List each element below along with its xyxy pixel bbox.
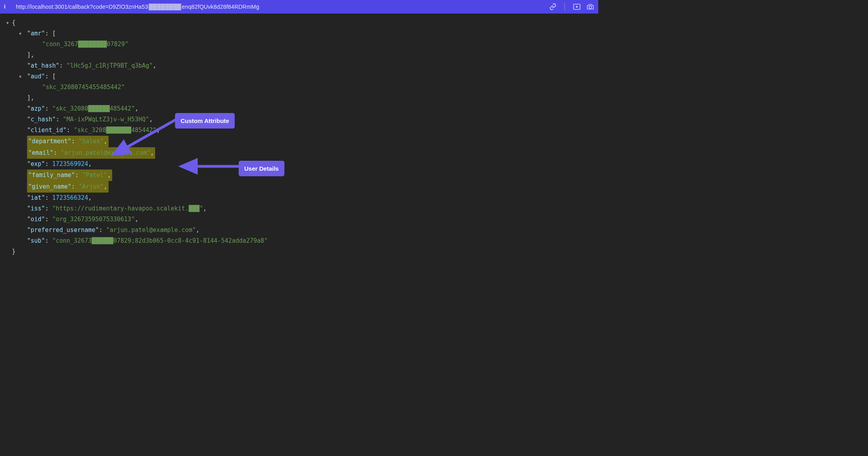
json-key: "department" xyxy=(28,138,71,145)
json-value: "Sales" xyxy=(78,138,103,145)
camera-icon[interactable] xyxy=(586,3,594,10)
toggle-icon[interactable]: ▼ xyxy=(19,28,21,39)
url-post: enq82fQUvk8d28f84RDRmMg xyxy=(182,4,259,10)
json-value: "arjun.patel@example.com" xyxy=(106,225,196,236)
json-key: "email" xyxy=(28,149,53,156)
json-line: "preferred_username": "arjun.patel@examp… xyxy=(3,225,595,236)
url-pre: http://localhost:3001/callback?code=D9Zl… xyxy=(16,4,148,10)
json-value: "MA-ixPWqLtZ3jv-w_H53HQ" xyxy=(63,114,149,125)
json-line: "iss": "https://rudimentary-havapoo.scal… xyxy=(3,203,595,214)
json-value: 1723566324 xyxy=(52,193,88,203)
json-key: "preferred_username" xyxy=(27,225,99,236)
json-key: "at_hash" xyxy=(27,60,59,71)
json-key: "aud" xyxy=(27,71,45,82)
address-bar: i http://localhost:3001/callback?code=D9… xyxy=(0,0,598,14)
toolbar-right xyxy=(549,3,594,11)
download-icon[interactable] xyxy=(573,3,581,10)
json-key: "given_name" xyxy=(28,183,71,190)
callout-arrow xyxy=(179,161,243,173)
json-key: "amr" xyxy=(27,28,45,39)
callout-label: User Details xyxy=(244,165,279,172)
json-line: ▼ "amr": [ xyxy=(3,28,595,39)
callout-custom-attribute: Custom Attribute xyxy=(175,113,235,129)
json-value: "Arjun" xyxy=(78,183,103,190)
info-icon[interactable]: i xyxy=(4,4,10,10)
json-line: "c_hash": "MA-ixPWqLtZ3jv-w_H53HQ", xyxy=(3,114,595,125)
json-line-email: "email": "arjun.patel@example.com", xyxy=(3,147,595,159)
url-display[interactable]: http://localhost:3001/callback?code=D9Zl… xyxy=(16,4,549,10)
json-value: "skc_32080██████485442" xyxy=(52,103,135,114)
json-key: "exp" xyxy=(27,159,45,170)
json-value: "skc_3208███████485442" xyxy=(74,125,156,136)
json-line: "conn_3267████████07829" xyxy=(3,39,595,50)
json-value: "https://rudimentary-havapoo.scalekit.██… xyxy=(52,203,203,214)
json-line: "azp": "skc_32080██████485442", xyxy=(3,103,595,114)
divider xyxy=(564,3,565,11)
brace-close: } xyxy=(12,246,16,257)
json-key: "c_hash" xyxy=(27,114,56,125)
json-value: "lHc5gJ_c1RjTP9BT_q3bAg" xyxy=(66,60,153,71)
url-obscured: ████████ xyxy=(148,4,182,10)
json-line: "skc_32080745455485442" xyxy=(3,82,595,93)
json-line: ], xyxy=(3,93,595,103)
json-key: "iat" xyxy=(27,193,45,203)
json-line: ], xyxy=(3,50,595,60)
json-key: "family_name" xyxy=(28,171,75,179)
json-value: "conn_3267████████07829" xyxy=(42,39,128,50)
callout-arrow xyxy=(111,145,179,161)
json-line-department: "department": "Sales", xyxy=(3,136,595,147)
json-key: "azp" xyxy=(27,103,45,114)
json-line: ▼ { xyxy=(3,18,595,28)
json-line: "oid": "org_32673595075330613", xyxy=(3,214,595,225)
json-value: "skc_32080745455485442" xyxy=(42,82,125,93)
json-key: "oid" xyxy=(27,214,45,225)
json-key: "sub" xyxy=(27,236,45,246)
json-line-family-name: "family_name": "Patel", xyxy=(3,170,595,181)
json-line: "sub": "conn_32673██████07829;82d3b065-0… xyxy=(3,236,595,246)
callout-user-details: User Details xyxy=(239,161,284,176)
brace-open: { xyxy=(12,18,16,28)
json-viewer: ▼ { ▼ "amr": [ "conn_3267████████07829" … xyxy=(0,14,598,261)
callout-label: Custom Attribute xyxy=(181,117,229,124)
link-icon[interactable] xyxy=(549,3,557,10)
json-line: "exp": 1723569924, xyxy=(3,159,595,170)
json-value: "Patel" xyxy=(82,171,107,179)
json-value: "conn_32673██████07829;82d3b065-0cc8-4c9… xyxy=(52,236,268,246)
json-value: 1723569924 xyxy=(52,159,88,170)
json-line: } xyxy=(3,246,595,257)
toggle-icon[interactable]: ▼ xyxy=(6,18,9,28)
json-value: "org_32673595075330613" xyxy=(52,214,135,225)
json-line: "at_hash": "lHc5gJ_c1RjTP9BT_q3bAg", xyxy=(3,60,595,71)
json-line-given-name: "given_name": "Arjun", xyxy=(3,181,595,193)
json-key: "iss" xyxy=(27,203,45,214)
toggle-icon[interactable]: ▼ xyxy=(19,71,21,82)
json-line: ▼ "aud": [ xyxy=(3,71,595,82)
json-key: "client_id" xyxy=(27,125,66,136)
svg-point-1 xyxy=(589,6,592,9)
json-line: "client_id": "skc_3208███████485442", xyxy=(3,125,595,136)
json-line: "iat": 1723566324, xyxy=(3,193,595,203)
